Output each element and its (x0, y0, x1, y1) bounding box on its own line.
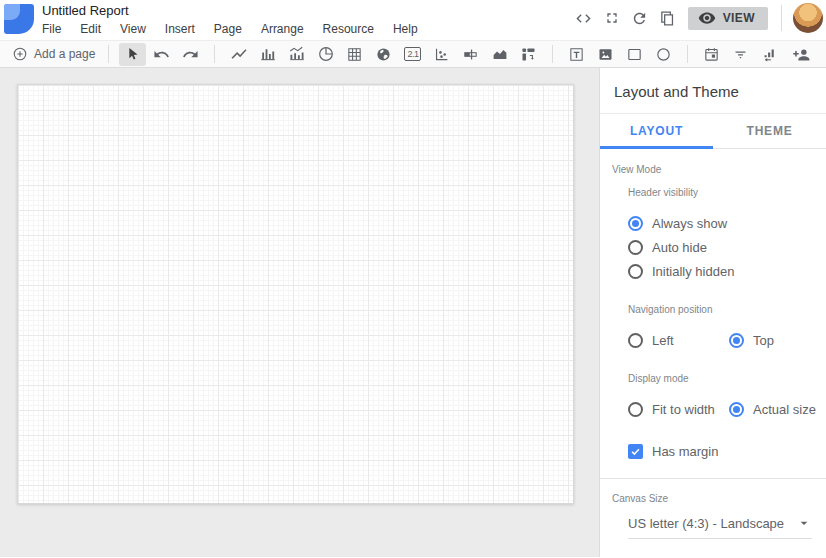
fullscreen-icon[interactable] (598, 4, 626, 32)
undo-icon (153, 46, 170, 63)
rectangle-tool[interactable] (621, 43, 648, 66)
date-range-icon (703, 46, 720, 63)
data-control-tool[interactable] (756, 43, 783, 66)
geo-map-tool[interactable] (370, 43, 397, 66)
geo-map-icon (375, 46, 392, 63)
pivot-table-tool[interactable] (515, 43, 542, 66)
canvas-size-inputs: Width (px) Height (px) (628, 556, 826, 557)
add-person-icon (792, 45, 811, 64)
menu-help[interactable]: Help (393, 22, 418, 36)
bullet-chart-icon (462, 46, 479, 63)
filter-control-tool[interactable] (727, 43, 754, 66)
refresh-icon[interactable] (626, 4, 654, 32)
circle-icon (655, 46, 672, 63)
redo-icon (182, 46, 199, 63)
header-visibility-label: Header visibility (628, 187, 826, 198)
menu-view[interactable]: View (120, 22, 146, 36)
chevron-down-icon (796, 515, 812, 531)
data-studio-logo[interactable] (4, 4, 34, 34)
menu-edit[interactable]: Edit (80, 22, 101, 36)
panel-tabs: LAYOUT THEME (600, 114, 826, 149)
scatter-chart-icon (433, 46, 450, 63)
has-margin-checkbox[interactable]: Has margin (628, 442, 826, 460)
tab-layout[interactable]: LAYOUT (600, 114, 713, 148)
scorecard-icon: 2.1 (404, 47, 421, 61)
filter-icon (732, 46, 749, 63)
display-mode-options: Fit to width Actual size (628, 397, 826, 421)
add-page-label: Add a page (34, 47, 95, 61)
panel-title: Layout and Theme (600, 68, 826, 114)
combo-chart-tool[interactable] (283, 43, 310, 66)
menu-file[interactable]: File (42, 22, 61, 36)
area-chart-icon (491, 45, 509, 63)
add-person-button[interactable] (788, 43, 815, 66)
bullet-chart-tool[interactable] (457, 43, 484, 66)
menu-resource[interactable]: Resource (323, 22, 374, 36)
radio-icon (628, 333, 643, 348)
canvas-size-select[interactable]: US letter (4:3) - Landscape (628, 515, 812, 539)
pie-chart-tool[interactable] (312, 43, 339, 66)
panel-body: View Mode Header visibility Always show … (600, 149, 826, 557)
avatar[interactable] (793, 3, 823, 33)
radio-actual-size[interactable]: Actual size (729, 402, 816, 417)
scatter-chart-tool[interactable] (428, 43, 455, 66)
toolbar-divider (552, 45, 553, 63)
view-button-label: VIEW (723, 11, 755, 25)
scorecard-tool[interactable]: 2.1 (399, 43, 426, 66)
title-block: Untitled Report File Edit View Insert Pa… (42, 0, 437, 40)
toolbar-divider (687, 45, 688, 63)
radio-icon (628, 402, 643, 417)
table-tool[interactable] (341, 43, 368, 66)
image-icon (597, 46, 614, 63)
image-tool[interactable] (592, 43, 619, 66)
bar-chart-tool[interactable] (254, 43, 281, 66)
width-field: Width (px) (628, 556, 714, 557)
panel-section-divider (600, 478, 826, 479)
height-field: Height (px) (725, 556, 811, 557)
data-control-icon (761, 46, 778, 63)
undo-button[interactable] (148, 43, 175, 66)
menu-page[interactable]: Page (214, 22, 242, 36)
copy-report-icon[interactable] (654, 4, 682, 32)
checkbox-checked-icon (628, 444, 643, 459)
text-icon (568, 46, 585, 63)
rectangle-icon (626, 46, 643, 63)
tab-theme[interactable]: THEME (713, 114, 826, 148)
height-label: Height (px) (725, 556, 811, 557)
report-canvas[interactable] (17, 84, 574, 504)
menu-bar: File Edit View Insert Page Arrange Resou… (42, 22, 437, 36)
view-button[interactable]: VIEW (688, 7, 768, 30)
toolbar-divider (108, 45, 109, 63)
radio-icon (729, 402, 744, 417)
select-tool[interactable] (119, 43, 146, 66)
menu-arrange[interactable]: Arrange (261, 22, 304, 36)
eye-icon (698, 9, 716, 27)
redo-button[interactable] (177, 43, 204, 66)
report-title[interactable]: Untitled Report (42, 3, 437, 18)
radio-nav-top[interactable]: Top (729, 333, 774, 348)
bar-chart-icon (259, 45, 277, 63)
radio-fit-to-width[interactable]: Fit to width (628, 402, 729, 417)
radio-auto-hide[interactable]: Auto hide (628, 235, 826, 259)
header-actions: VIEW (570, 0, 826, 36)
text-tool[interactable] (563, 43, 590, 66)
area-chart-tool[interactable] (486, 43, 513, 66)
circle-tool[interactable] (650, 43, 677, 66)
radio-icon (628, 264, 643, 279)
toolbar: Add a page 2.1 (0, 40, 826, 68)
menu-insert[interactable]: Insert (165, 22, 195, 36)
time-series-chart-tool[interactable] (225, 43, 252, 66)
width-label: Width (px) (628, 556, 714, 557)
radio-initially-hidden[interactable]: Initially hidden (628, 259, 826, 283)
date-range-tool[interactable] (698, 43, 725, 66)
radio-nav-left[interactable]: Left (628, 333, 729, 348)
radio-always-show[interactable]: Always show (628, 211, 826, 235)
embed-code-icon[interactable] (570, 4, 598, 32)
add-page-button[interactable]: Add a page (8, 46, 99, 62)
combo-chart-icon (288, 45, 306, 63)
table-icon (346, 46, 363, 63)
pie-chart-icon (317, 45, 335, 63)
canvas-size-label: Canvas Size (612, 493, 826, 504)
cursor-icon (125, 46, 141, 62)
navigation-position-label: Navigation position (628, 304, 826, 315)
